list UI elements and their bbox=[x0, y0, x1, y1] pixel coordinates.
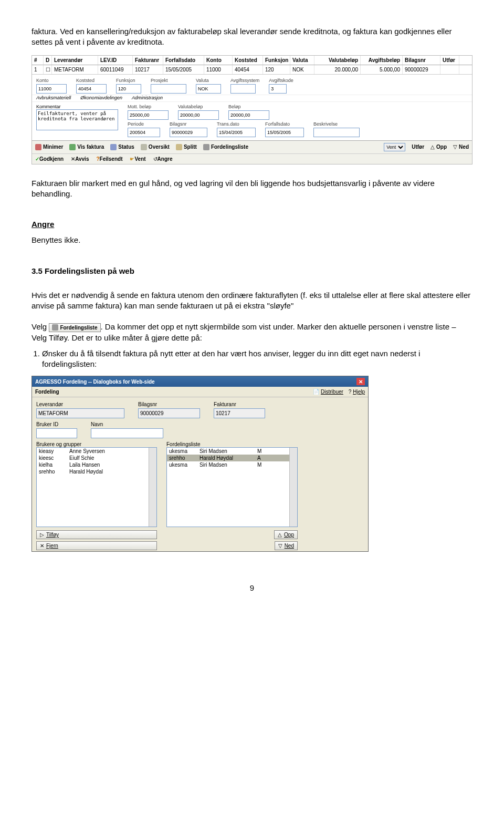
fordelingsliste-icon bbox=[203, 144, 209, 150]
list-item[interactable]: srehhoHarald Høydal bbox=[37, 468, 156, 475]
btn-tilfoy[interactable]: ▷ Tilføy bbox=[36, 530, 157, 539]
btn-avvis[interactable]: ✕Avvis bbox=[71, 156, 89, 162]
inp-bil bbox=[138, 408, 200, 418]
scrollbar[interactable] bbox=[289, 448, 297, 527]
right-list-title: Fordelingsliste bbox=[166, 441, 298, 447]
lbl-besk: Beskrivelse bbox=[313, 121, 360, 127]
btn-visfaktura[interactable]: Vis faktura bbox=[69, 144, 104, 150]
col-h-num: # bbox=[32, 56, 44, 65]
para-after-shot1: Fakturaen blir markert med en gul hånd, … bbox=[32, 178, 472, 200]
lbl-navn: Navn bbox=[91, 421, 163, 427]
inp-ffd2[interactable] bbox=[265, 128, 304, 137]
list-item[interactable]: kieescEiulf Schie bbox=[37, 455, 156, 461]
btn-fjern[interactable]: ✕ Fjern bbox=[36, 541, 157, 550]
toolbar-row1: Minimer Vis faktura Status Oversikt Spli… bbox=[32, 140, 472, 153]
lbl-konto: Konto bbox=[36, 78, 67, 83]
btn-godkjenn[interactable]: ✓Godkjenn bbox=[35, 156, 64, 162]
lbl-transdato: Trans.dato bbox=[217, 121, 256, 127]
inp-kommentar[interactable]: Feilfakturert, venter på kreditnota fra … bbox=[36, 109, 118, 130]
intro-paragraph: faktura. Ved en kansellering/reduksjon a… bbox=[32, 26, 472, 48]
dialog-titlebar: AGRESSO Fordeling -- Dialogboks for Web-… bbox=[32, 376, 368, 387]
left-listbox[interactable]: kieasyAnne Syversen kieescEiulf Schie ki… bbox=[36, 447, 157, 527]
inp-valb[interactable] bbox=[178, 110, 219, 120]
lbl-avgkode: Avgiftskode bbox=[269, 78, 293, 83]
btn-angre[interactable]: ↺Angre bbox=[153, 156, 173, 162]
inp-koststed[interactable] bbox=[76, 84, 107, 94]
grid-data-row[interactable]: 1 ☐ METAFORM 60011049 10217 15/05/2005 1… bbox=[32, 65, 472, 75]
inp-avgkode[interactable] bbox=[269, 84, 287, 94]
inp-konto[interactable] bbox=[36, 84, 67, 94]
btn-opp[interactable]: △ Opp bbox=[430, 144, 447, 150]
inp-prosjekt[interactable] bbox=[151, 84, 186, 94]
cell-koststed: 40454 bbox=[233, 65, 263, 74]
inp-navn[interactable] bbox=[91, 428, 163, 438]
para-angre: Benyttes ikke. bbox=[32, 235, 472, 245]
btn-vent2[interactable]: ☛Vent bbox=[130, 156, 145, 162]
inline-fordelingsliste-button[interactable]: Fordelingsliste bbox=[49, 323, 100, 333]
btn-fordelingsliste[interactable]: Fordelingsliste bbox=[203, 144, 248, 150]
inp-mott[interactable] bbox=[128, 110, 169, 120]
list-item[interactable]: ukesmaSiri MadsenM bbox=[167, 448, 297, 455]
btn-ned2[interactable]: ▽ Ned bbox=[275, 541, 298, 550]
col-h-avgiftsbelop: Avgiftsbeløp bbox=[361, 56, 403, 65]
lbl-mott: Mott. beløp bbox=[128, 104, 169, 109]
cell-num: 1 bbox=[32, 65, 44, 74]
col-h-forfallsdato: Forfallsdato bbox=[163, 56, 204, 65]
btn-feilsendt[interactable]: ?Feilsendt bbox=[96, 156, 122, 162]
para-fordel: Hvis det er nødvendig å sende en faktura… bbox=[32, 290, 472, 312]
undo-icon: ↺ bbox=[153, 156, 158, 162]
lbl-prosjekt: Prosjekt bbox=[151, 78, 186, 83]
lbl-koststed: Koststed bbox=[76, 78, 107, 83]
page-number: 9 bbox=[32, 583, 472, 592]
lbl-bilagsnr2: Bilagsnr bbox=[170, 121, 207, 127]
btn-utfor[interactable]: Utfør bbox=[412, 144, 424, 150]
fordelingsliste-icon bbox=[52, 324, 58, 331]
right-listbox[interactable]: ukesmaSiri MadsenM srehhoHarald HøydalA … bbox=[166, 447, 298, 527]
list-item[interactable]: ukesmaSiri MadsenM bbox=[167, 461, 297, 468]
inp-valuta[interactable] bbox=[196, 84, 221, 94]
inp-bel[interactable] bbox=[228, 110, 269, 120]
inp-lev bbox=[36, 408, 124, 418]
inline-btn-label: Fordelingsliste bbox=[60, 324, 97, 332]
status-icon bbox=[110, 144, 117, 150]
btn-distribuer[interactable]: 📄 Distribuer bbox=[313, 389, 343, 395]
inp-besk[interactable] bbox=[313, 128, 360, 137]
btn-minimer[interactable]: Minimer bbox=[35, 144, 63, 150]
cell-konto: 11000 bbox=[204, 65, 233, 74]
btn-opp2[interactable]: △ Opp bbox=[274, 530, 298, 539]
btn-splitt[interactable]: Splitt bbox=[176, 144, 197, 150]
grid-header-row: # D Leverandør LEV.ID Fakturanr Forfalls… bbox=[32, 56, 472, 65]
lbl-valuta: Valuta bbox=[196, 78, 221, 83]
invoice-screenshot: # D Leverandør LEV.ID Fakturanr Forfalls… bbox=[32, 55, 472, 164]
para-velg: Velg Fordelingsliste . Da kommer det opp… bbox=[32, 322, 472, 343]
inp-transdato[interactable] bbox=[217, 128, 256, 137]
btn-status[interactable]: Status bbox=[110, 144, 134, 150]
menu-fordeling[interactable]: Fordeling bbox=[35, 389, 59, 395]
dialog-title: AGRESSO Fordeling -- Dialogboks for Web-… bbox=[35, 379, 155, 385]
inp-brukerid[interactable] bbox=[36, 428, 77, 438]
close-icon[interactable]: ✕ bbox=[356, 378, 365, 385]
list-item[interactable]: srehhoHarald HøydalA bbox=[167, 455, 297, 461]
minimer-icon bbox=[35, 144, 41, 150]
inp-avgsys[interactable] bbox=[230, 84, 256, 94]
inp-bilagsnr2[interactable] bbox=[170, 128, 207, 137]
inp-periode[interactable] bbox=[128, 128, 160, 137]
lbl-brukerid: Bruker ID bbox=[36, 421, 77, 427]
btn-oversikt[interactable]: Oversikt bbox=[141, 144, 170, 150]
lbl-funksjon: Funksjon bbox=[116, 78, 141, 83]
cell-checkbox[interactable]: ☐ bbox=[44, 65, 52, 74]
cell-levid: 60011049 bbox=[98, 65, 133, 74]
col-h-utfor: Utfør bbox=[440, 56, 459, 65]
list-item[interactable]: kieasyAnne Syversen bbox=[37, 448, 156, 455]
col-h-valutabelop: Valutabeløp bbox=[314, 56, 361, 65]
list-item[interactable]: kielhaLaila Hansen bbox=[37, 461, 156, 468]
sel-action[interactable]: Vent bbox=[384, 143, 405, 151]
scrollbar[interactable] bbox=[149, 448, 156, 527]
col-h-koststed: Koststed bbox=[233, 56, 263, 65]
btn-ned[interactable]: ▽ Ned bbox=[453, 144, 469, 150]
btn-hjelp[interactable]: ? Hjelp bbox=[349, 389, 365, 395]
lbl-bel: Beløp bbox=[228, 104, 269, 109]
lbl-avgsys: Avgiftssystem bbox=[230, 78, 259, 83]
inp-funksjon[interactable] bbox=[116, 84, 141, 94]
cell-bilagsnr: 90000029 bbox=[403, 65, 440, 74]
